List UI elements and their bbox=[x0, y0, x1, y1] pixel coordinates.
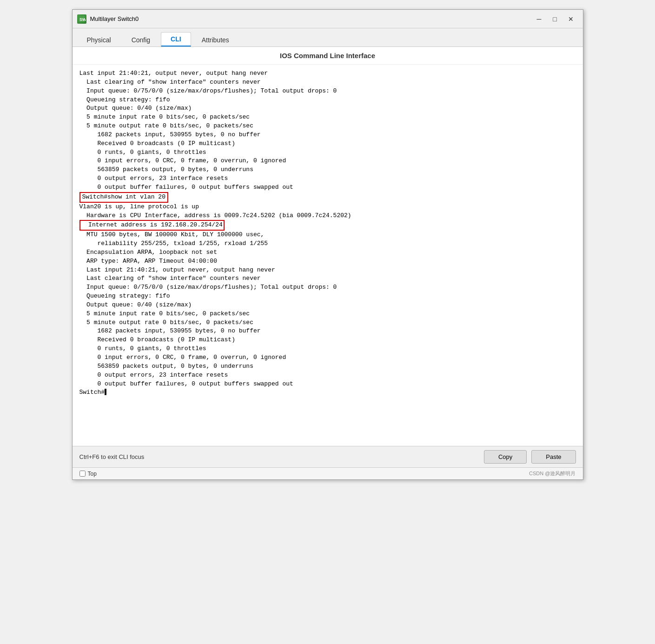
hardware-line: Hardware is CPU Interface, address is 00… bbox=[79, 212, 351, 219]
main-window: SW Multilayer Switch0 ─ □ ✕ Physical Con… bbox=[72, 9, 583, 480]
content-area: IOS Command Line Interface Last input 21… bbox=[73, 47, 583, 467]
maximize-button[interactable]: □ bbox=[548, 13, 562, 25]
command-show-vlan: Switch#show int vlan 20 bbox=[79, 192, 168, 203]
internet-address-line: Internet address is 192.168.20.254/24 bbox=[79, 220, 225, 231]
top-checkbox[interactable] bbox=[79, 471, 86, 477]
window-title: Multilayer Switch0 bbox=[90, 15, 139, 22]
status-bar: Top CSDN @遊风醉明月 bbox=[73, 467, 583, 479]
tab-attributes[interactable]: Attributes bbox=[192, 33, 239, 46]
terminal-wrapper: Last input 21:40:21, output never, outpu… bbox=[73, 65, 583, 446]
top-checkbox-area: Top bbox=[79, 471, 97, 477]
paste-button[interactable]: Paste bbox=[531, 450, 576, 464]
tab-config[interactable]: Config bbox=[122, 33, 160, 46]
bottom-bar: Ctrl+F6 to exit CLI focus Copy Paste bbox=[73, 446, 583, 467]
cursor: ▌ bbox=[105, 389, 108, 396]
tab-cli[interactable]: CLI bbox=[161, 32, 191, 46]
cli-hint: Ctrl+F6 to exit CLI focus bbox=[79, 453, 145, 460]
title-controls: ─ □ ✕ bbox=[532, 13, 578, 25]
app-icon: SW bbox=[77, 14, 86, 24]
close-button[interactable]: ✕ bbox=[563, 13, 578, 25]
top-label: Top bbox=[88, 471, 97, 477]
vlan-up-line: Vlan20 is up, line protocol is up bbox=[79, 203, 199, 210]
tab-physical[interactable]: Physical bbox=[77, 33, 121, 46]
tabs-bar: Physical Config CLI Attributes bbox=[73, 28, 583, 47]
title-bar-left: SW Multilayer Switch0 bbox=[77, 14, 139, 24]
minimize-button[interactable]: ─ bbox=[532, 13, 547, 25]
terminal-part2: MTU 1500 bytes, BW 100000 Kbit, DLY 1000… bbox=[79, 231, 337, 387]
svg-text:SW: SW bbox=[79, 17, 86, 22]
copy-button[interactable]: Copy bbox=[484, 450, 527, 464]
watermark: CSDN @遊风醉明月 bbox=[529, 470, 576, 477]
terminal-prompt: Switch# bbox=[79, 389, 105, 396]
title-bar: SW Multilayer Switch0 ─ □ ✕ bbox=[73, 10, 583, 28]
bottom-buttons: Copy Paste bbox=[484, 450, 576, 464]
cli-header: IOS Command Line Interface bbox=[73, 47, 583, 65]
terminal-part1: Last input 21:40:21, output never, outpu… bbox=[79, 70, 337, 191]
terminal[interactable]: Last input 21:40:21, output never, outpu… bbox=[73, 65, 583, 446]
